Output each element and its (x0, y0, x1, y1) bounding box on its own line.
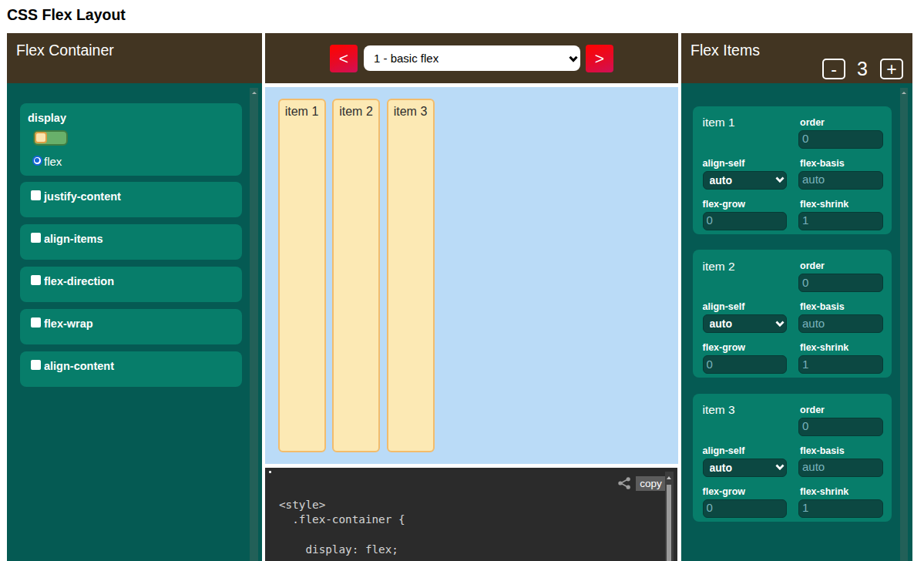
align-items-label: align-items (44, 233, 103, 245)
align-content-checkbox[interactable] (31, 360, 41, 370)
item-3-flex-basis-input[interactable] (798, 459, 883, 477)
item-3-title: item 3 (703, 403, 735, 417)
align-self-label: align-self (703, 301, 745, 312)
display-label: display (28, 112, 66, 124)
flex-basis-label: flex-basis (800, 301, 845, 312)
flex-shrink-label: flex-shrink (800, 342, 848, 353)
display-control-card: display flex (20, 103, 242, 176)
flex-wrap-label: flex-wrap (44, 317, 93, 330)
item-2-flex-basis-input[interactable] (798, 314, 883, 333)
justify-content-label: justify-content (44, 190, 121, 203)
display-toggle-knob (35, 132, 47, 143)
flex-grow-label: flex-grow (703, 199, 746, 210)
remove-item-button[interactable]: - (822, 59, 845, 79)
flex-grow-label: flex-grow (703, 486, 746, 497)
item-3-order-input[interactable] (798, 418, 883, 436)
example-nav-header: < 1 - basic flex > (265, 33, 678, 83)
flex-items-panel-title: Flex Items (690, 42, 760, 59)
display-flex-radio[interactable] (32, 156, 42, 166)
align-content-label: align-content (44, 360, 114, 372)
flex-direction-card: flex-direction (20, 267, 242, 302)
flex-container-panel-scrollbar[interactable] (250, 88, 258, 561)
flex-items-panel: Flex Items - 3 + item 1 order align-self… (681, 33, 912, 561)
code-panel-dot (269, 471, 271, 473)
item-2-flex-shrink-input[interactable] (798, 355, 883, 374)
justify-content-checkbox[interactable] (31, 190, 41, 200)
code-panel: <style> .flex-container { display: flex;… (265, 468, 677, 561)
order-label: order (800, 117, 825, 128)
prev-example-button[interactable]: < (330, 45, 358, 72)
page-title: CSS Flex Layout (7, 6, 126, 24)
item-3-align-self-select[interactable]: auto (703, 459, 787, 477)
align-items-checkbox[interactable] (31, 233, 41, 243)
flex-container-panel-header: Flex Container (7, 33, 262, 83)
flex-preview-item-1: item 1 (278, 99, 326, 452)
item-1-title: item 1 (703, 116, 735, 129)
item-1-flex-basis-input[interactable] (798, 171, 883, 190)
flex-container-panel-title: Flex Container (16, 42, 114, 59)
item-2-order-input[interactable] (798, 274, 883, 292)
flex-direction-label: flex-direction (44, 275, 114, 287)
align-content-card: align-content (20, 351, 242, 387)
item-3-flex-shrink-input[interactable] (798, 499, 883, 518)
align-self-label: align-self (703, 158, 745, 169)
item-1-card: item 1 order align-self flex-basis auto … (693, 106, 892, 234)
flex-preview-item-2: item 2 (332, 99, 380, 452)
example-select[interactable]: 1 - basic flex (364, 45, 580, 71)
order-label: order (800, 405, 825, 415)
copy-button[interactable]: copy (636, 476, 666, 491)
item-1-flex-grow-input[interactable] (703, 212, 787, 230)
item-count: 3 (850, 59, 875, 79)
flex-items-panel-header: Flex Items - 3 + (681, 33, 912, 83)
code-scroll-up-icon (667, 476, 671, 479)
flex-grow-label: flex-grow (703, 342, 746, 353)
item-3-flex-grow-input[interactable] (703, 499, 787, 518)
align-self-label: align-self (703, 445, 745, 456)
flex-wrap-checkbox[interactable] (31, 317, 41, 328)
flex-shrink-label: flex-shrink (800, 199, 848, 210)
flex-basis-label: flex-basis (800, 158, 845, 169)
align-items-card: align-items (20, 224, 242, 260)
code-scroll-thumb[interactable] (667, 485, 671, 561)
item-3-card: item 3 order align-self flex-basis auto … (693, 394, 892, 522)
flex-wrap-card: flex-wrap (20, 309, 242, 344)
item-1-flex-shrink-input[interactable] (798, 212, 883, 230)
flex-direction-checkbox[interactable] (31, 275, 41, 285)
item-1-order-input[interactable] (798, 130, 883, 149)
share-icon[interactable] (618, 476, 631, 489)
flex-shrink-label: flex-shrink (800, 486, 848, 497)
display-flex-radio-label: flex (44, 155, 62, 168)
flex-basis-label: flex-basis (800, 445, 845, 456)
justify-content-card: justify-content (20, 182, 242, 217)
item-2-align-self-select[interactable]: auto (703, 314, 787, 333)
add-item-button[interactable]: + (880, 59, 903, 79)
item-2-title: item 2 (703, 260, 735, 274)
code-text: <style> .flex-container { display: flex; (279, 498, 405, 557)
item-2-flex-grow-input[interactable] (703, 355, 787, 374)
scroll-up-icon (902, 92, 906, 94)
item-1-align-self-select[interactable]: auto (703, 171, 787, 190)
flex-container-panel: Flex Container display flex justify-cont… (7, 33, 262, 561)
code-scrollbar[interactable] (665, 472, 674, 561)
scroll-up-icon (252, 92, 257, 94)
flex-preview-container: item 1 item 2 item 3 (265, 87, 678, 464)
flex-items-panel-scrollbar[interactable] (900, 88, 908, 561)
item-2-card: item 2 order align-self flex-basis auto … (693, 250, 892, 378)
next-example-button[interactable]: > (586, 45, 613, 72)
order-label: order (800, 260, 825, 271)
flex-preview-item-3: item 3 (387, 99, 435, 452)
display-toggle[interactable] (33, 130, 68, 146)
